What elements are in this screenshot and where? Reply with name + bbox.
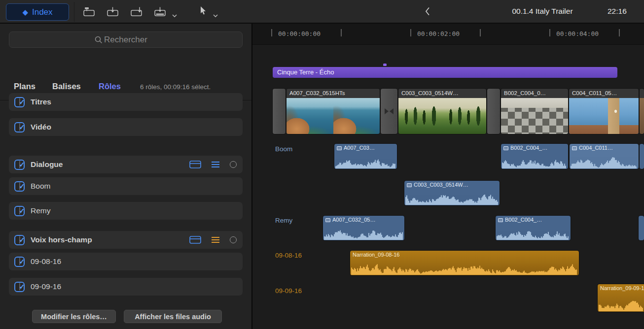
video-thumbnail-coast xyxy=(286,98,380,134)
checkbox-titres[interactable]: ✓ xyxy=(14,97,25,107)
narration-audio-clip[interactable]: Narration_09-09-16 xyxy=(598,284,644,312)
final-cut-pro-window: ◆ Index xyxy=(0,0,644,329)
audio-clip[interactable]: A007_C03… xyxy=(334,144,397,169)
audio-clip-icon xyxy=(407,183,412,187)
tab-balises[interactable]: Balises xyxy=(52,82,81,91)
tool-options-chevron[interactable] xyxy=(213,10,218,13)
audio-clip[interactable]: C003_C003_0514W… xyxy=(404,181,500,205)
audio-clip[interactable]: B002_C004_… xyxy=(501,144,568,169)
role-row-remy[interactable]: ✓ Remy xyxy=(9,202,243,220)
role-row-dialogue[interactable]: ✓ Dialogue xyxy=(9,156,243,173)
ruler-tick xyxy=(619,29,620,36)
solo-role-icon[interactable] xyxy=(230,161,237,168)
insert-edit-icon xyxy=(107,7,119,17)
role-row-titres[interactable]: ✓ Titres xyxy=(9,93,243,111)
audio-clip-icon xyxy=(337,146,342,150)
checkbox-09-08-16[interactable]: ✓ xyxy=(14,257,25,267)
lane-label-remy: Remy xyxy=(275,217,292,224)
audio-clip-name: B002_C004_… xyxy=(510,144,547,152)
checkbox-remy[interactable]: ✓ xyxy=(14,206,25,216)
transition-clip[interactable] xyxy=(273,89,286,134)
connect-edit-button[interactable] xyxy=(82,6,97,18)
audio-clip[interactable]: B002_C004_… xyxy=(496,216,571,240)
video-clip[interactable]: B002_C004_0… xyxy=(501,89,568,134)
audio-clip-name: C004_C011… xyxy=(579,144,613,152)
waveform xyxy=(497,227,570,240)
index-diamond-icon: ◆ xyxy=(22,8,28,16)
audio-clip-name: Narration_09-08-16 xyxy=(353,251,399,259)
toolbar: ◆ Index xyxy=(0,0,644,24)
ruler-timecode: 00:00:00:00 xyxy=(278,30,321,37)
audio-clip-partial[interactable] xyxy=(640,144,644,169)
focus-role-icon[interactable] xyxy=(211,236,220,243)
video-thumbnail-cypress xyxy=(398,98,486,134)
checkbox-video[interactable]: ✓ xyxy=(14,122,25,132)
tab-roles[interactable]: Rôles xyxy=(99,82,121,91)
waveform xyxy=(599,298,644,311)
role-label: Boom xyxy=(31,182,51,191)
connect-edit-icon xyxy=(83,7,96,17)
overwrite-edit-button[interactable] xyxy=(153,6,168,18)
video-clip-name: B002_C004_0… xyxy=(501,89,568,98)
audio-clip-name: Narration_09-09-16 xyxy=(600,284,644,293)
video-thumbnail xyxy=(640,98,644,134)
video-clip-name: C003_C003_0514W… xyxy=(398,89,486,98)
insert-edit-button[interactable] xyxy=(106,6,120,18)
narration-audio-clip[interactable]: Narration_09-08-16 xyxy=(350,251,579,275)
solo-role-icon[interactable] xyxy=(230,236,237,243)
waveform xyxy=(335,156,396,168)
timeline-index-panel: Plans Balises Rôles 6 rôles, 00:09:16 sé… xyxy=(0,24,252,329)
chevron-down-icon xyxy=(213,14,218,17)
transition-clip[interactable] xyxy=(487,89,500,134)
role-row-controls xyxy=(189,156,237,173)
index-toggle-button[interactable]: ◆ Index xyxy=(6,3,69,21)
waveform xyxy=(351,262,578,275)
role-label: 09-08-16 xyxy=(31,257,61,266)
lane-label-09-08-16: 09-08-16 xyxy=(275,252,302,259)
edit-options-chevron[interactable] xyxy=(172,10,177,13)
collapse-browser-button[interactable] xyxy=(425,7,430,16)
ruler-tick xyxy=(410,29,411,36)
role-row-09-08-16[interactable]: ✓ 09-08-16 xyxy=(9,253,243,270)
clock: 22:16 xyxy=(608,7,627,16)
audio-clip[interactable]: C004_C011… xyxy=(570,144,639,169)
audio-clip-name: C003_C003_0514W… xyxy=(414,181,468,189)
cursor-arrow-icon xyxy=(200,6,207,15)
checkbox-dialogue[interactable]: ✓ xyxy=(14,160,25,170)
search-input[interactable] xyxy=(9,32,243,48)
ruler-tick xyxy=(480,29,481,36)
show-audio-lanes-icon[interactable] xyxy=(189,161,201,168)
edit-roles-button[interactable]: Modifier les rôles… xyxy=(32,310,116,323)
video-clip[interactable]: A007_C032_0515HTs xyxy=(286,89,380,134)
title-clip[interactable]: Cinque Terre - Écho xyxy=(273,67,617,78)
checkbox-voix-hors-champ[interactable]: ✓ xyxy=(14,235,25,245)
purple-marker[interactable] xyxy=(383,64,387,66)
focus-role-icon[interactable] xyxy=(211,161,220,168)
ruler-timecode: 00:00:02:00 xyxy=(417,30,460,37)
video-clip[interactable]: C004_C011_05… xyxy=(569,89,639,134)
append-edit-button[interactable] xyxy=(129,6,144,18)
checkbox-boom[interactable]: ✓ xyxy=(14,181,25,192)
role-row-voix-hors-champ[interactable]: ✓ Voix hors-champ xyxy=(9,231,243,249)
show-audio-lanes-icon[interactable] xyxy=(189,236,201,244)
show-audio-lanes-button[interactable]: Afficher les files audio xyxy=(124,310,222,323)
role-row-09-09-16[interactable]: ✓ 09-09-16 xyxy=(9,278,243,296)
timeline-ruler[interactable]: 00:00:00:00 00:00:02:00 00:00:04:00 xyxy=(252,24,644,45)
audio-clip[interactable]: A007_C032_05… xyxy=(323,216,404,240)
toolbar-separator xyxy=(74,2,74,22)
video-clip[interactable]: C003_C003_0514W… xyxy=(398,89,486,134)
arrow-tool-button[interactable] xyxy=(200,6,208,16)
role-label: Dialogue xyxy=(31,160,63,169)
project-title: 00.1.4 Italy Trailer xyxy=(488,7,597,16)
role-row-video[interactable]: ✓ Vidéo xyxy=(9,118,243,136)
checkbox-09-09-16[interactable]: ✓ xyxy=(14,282,25,292)
ruler-timecode: 00:00:04:00 xyxy=(556,30,599,37)
waveform xyxy=(324,227,403,240)
transition-clip[interactable] xyxy=(381,89,397,134)
tab-plans[interactable]: Plans xyxy=(14,82,36,91)
role-row-boom[interactable]: ✓ Boom xyxy=(9,177,243,195)
audio-clip-icon xyxy=(325,218,330,222)
video-thumbnail-tower xyxy=(569,98,639,134)
video-clip-partial[interactable] xyxy=(640,89,644,134)
audio-clip-partial[interactable] xyxy=(639,216,644,240)
